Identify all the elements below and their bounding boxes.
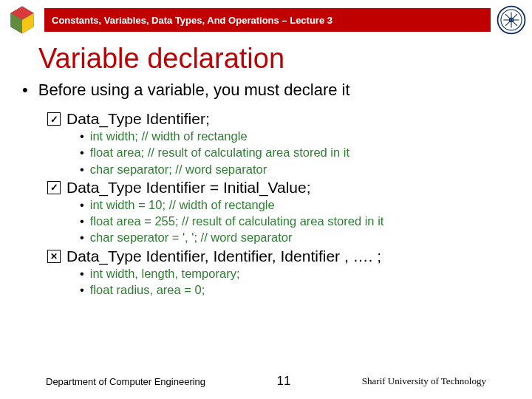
code-example: float radius, area = 0;: [80, 282, 532, 298]
slide-content: Before using a variable, you must declar…: [0, 81, 532, 298]
syntax-heading: Data_Type Identifier = Initial_Value;: [47, 179, 532, 197]
logo-left: [0, 0, 44, 40]
footer-dept: Department of Computer Engineering: [46, 376, 205, 387]
x-icon: [47, 250, 61, 263]
syntax-heading: Data_Type Identifier;: [47, 110, 532, 128]
main-bullet: Before using a variable, you must declar…: [22, 81, 532, 100]
code-example: int width; // width of rectangle: [80, 128, 532, 144]
syntax-heading-text: Data_Type Identifier;: [66, 110, 210, 128]
code-example: char separator; // word separator: [80, 161, 532, 177]
puzzle-logo-icon: [5, 3, 39, 37]
slide-footer: Department of Computer Engineering 11 Sh…: [0, 374, 532, 389]
university-seal-icon: [495, 4, 528, 36]
main-bullet-text: Before using a variable, you must declar…: [38, 81, 350, 100]
footer-university: Sharif University of Technology: [362, 375, 486, 387]
header-banner: Constants, Variables, Data Types, And Op…: [44, 8, 491, 32]
code-example: int width = 10; // width of rectangle: [80, 197, 532, 213]
slide-header: Constants, Variables, Data Types, And Op…: [0, 0, 532, 40]
syntax-heading: Data_Type Identifier, Identifier, Identi…: [47, 248, 532, 265]
footer-page-number: 11: [276, 374, 290, 389]
syntax-heading-text: Data_Type Identifier, Identifier, Identi…: [66, 248, 381, 265]
code-example: int width, length, temporary;: [80, 265, 532, 282]
header-banner-text: Constants, Variables, Data Types, And Op…: [52, 15, 332, 26]
syntax-heading-text: Data_Type Identifier = Initial_Value;: [66, 179, 311, 197]
check-icon: [47, 181, 61, 194]
logo-right: [491, 0, 532, 40]
code-example: float area; // result of calculating are…: [80, 144, 532, 160]
code-example: float area = 255; // result of calculati…: [80, 213, 532, 229]
code-example: char seperator = ', '; // word separator: [80, 229, 532, 245]
slide-title: Variable declaration: [38, 43, 532, 75]
check-icon: [47, 112, 61, 126]
